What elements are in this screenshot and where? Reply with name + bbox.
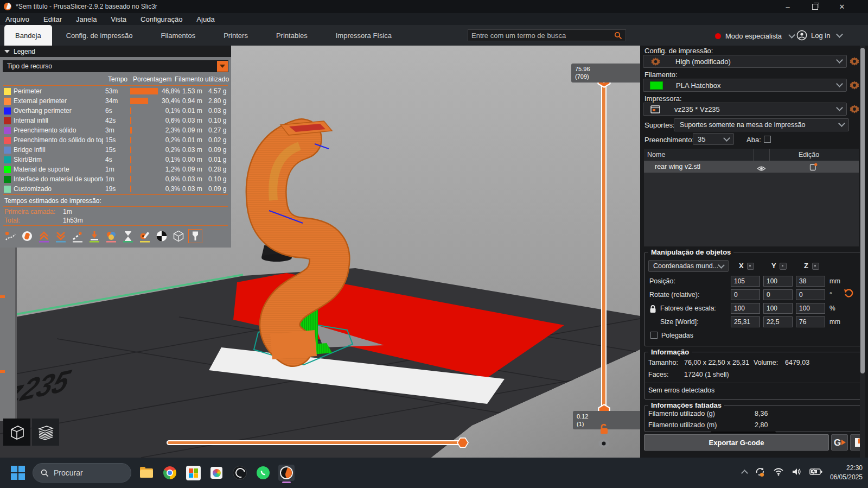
rotate-x-input[interactable] — [731, 289, 760, 300]
edit-object-icon[interactable] — [809, 163, 818, 173]
retractions-icon[interactable] — [37, 229, 51, 243]
tray-expand-chevron-icon[interactable] — [739, 468, 747, 478]
coordinates-dropdown[interactable]: Coordenadas mund... — [648, 260, 729, 272]
whatsapp-icon[interactable] — [255, 465, 271, 481]
scale-z-input[interactable] — [796, 303, 825, 314]
menu-vista[interactable]: Vista — [111, 15, 126, 23]
color-changes-icon[interactable] — [104, 229, 118, 243]
battery-icon[interactable] — [809, 468, 822, 478]
feature-percent-bar — [130, 137, 156, 143]
legend-feature-row: Perimeter 53m 46,8% 1.53 m 4.57 g — [0, 86, 231, 96]
export-gcode-button[interactable]: Exportar G-code — [644, 434, 829, 451]
feature-percent: 0,6% — [158, 117, 180, 124]
dropdown-arrow-icon[interactable] — [217, 61, 228, 72]
microsoft-store-icon[interactable] — [185, 465, 201, 481]
editor-view-button[interactable] — [3, 419, 30, 446]
scale-x-input[interactable] — [731, 303, 760, 314]
rotate-z-input[interactable] — [796, 289, 825, 300]
preview-view-button[interactable] — [32, 419, 59, 446]
restore-button[interactable] — [804, 0, 826, 13]
rotate-y-input[interactable] — [763, 289, 793, 300]
slider-settings-gear-icon[interactable] — [598, 438, 610, 452]
tab-impressora-fisica[interactable]: Impressora Física — [322, 25, 406, 46]
filament-used-m-label: Filamento utilizado (m) — [648, 421, 717, 429]
pauses-icon[interactable] — [121, 229, 135, 243]
size-x-input[interactable] — [731, 316, 760, 327]
shells-icon[interactable] — [171, 229, 186, 243]
menu-arquivo[interactable]: Arquivo — [5, 15, 29, 23]
legend-header[interactable]: Legend — [0, 46, 231, 57]
photos-app-icon[interactable] — [208, 465, 225, 481]
tab-printers[interactable]: Printers — [209, 25, 262, 46]
position-x-input[interactable] — [731, 276, 760, 287]
brim-checkbox[interactable] — [764, 136, 771, 143]
size-y-input[interactable] — [763, 316, 793, 327]
printer-dropdown[interactable]: vz235 * Vz235 — [643, 103, 847, 116]
menu-ajuda[interactable]: Ajuda — [196, 15, 214, 23]
minimize-button[interactable]: – — [777, 0, 799, 13]
volume-icon[interactable] — [792, 467, 802, 478]
tool-change-icon[interactable] — [87, 229, 101, 243]
scale-lock-icon[interactable] — [649, 305, 656, 316]
dark-app-icon[interactable] — [232, 465, 248, 481]
rotate-unit: ° — [829, 291, 832, 299]
custom-gcode-icon[interactable] — [138, 229, 152, 243]
axis-z-mirror-icon[interactable] — [812, 263, 819, 270]
tab-bandeja[interactable]: Bandeja — [4, 25, 52, 46]
search-icon[interactable] — [614, 31, 622, 40]
center-of-mass-icon[interactable] — [155, 229, 169, 243]
menu-editar[interactable]: Editar — [43, 15, 62, 23]
reset-rotation-icon[interactable] — [844, 288, 853, 300]
chevron-down-icon — [718, 262, 725, 269]
sidebar-scrollbar-track[interactable] — [860, 46, 865, 458]
tab-printables[interactable]: Printables — [262, 25, 322, 46]
view-type-dropdown[interactable]: Tipo de recurso — [3, 60, 228, 72]
close-button[interactable]: ✕ — [831, 0, 853, 13]
mode-selector[interactable]: Modo especialista — [715, 29, 794, 42]
search-input[interactable]: Entre com um termo de busca — [468, 29, 626, 41]
sliced-info-scrollbar[interactable] — [711, 432, 776, 433]
supports-dropdown[interactable]: Suportes somente na mesa de impressão — [674, 118, 849, 131]
scale-y-input[interactable] — [763, 303, 793, 314]
tab-filamentos[interactable]: Filamentos — [147, 25, 210, 46]
feature-time: 6s — [105, 107, 128, 115]
chrome-icon[interactable] — [162, 465, 178, 481]
position-z-input[interactable] — [796, 276, 825, 287]
nozzle-icon[interactable] — [188, 229, 202, 243]
taskbar-clock[interactable]: 22:30 06/05/2025 — [830, 464, 863, 483]
filament-gear-button[interactable] — [849, 80, 860, 91]
travels-icon[interactable] — [3, 229, 17, 243]
position-y-input[interactable] — [763, 276, 793, 287]
sidebar-scrollbar-thumb[interactable] — [860, 48, 865, 373]
sync-icon[interactable] — [755, 466, 765, 479]
prusaslicer-taskbar-icon[interactable] — [278, 465, 295, 481]
axis-y-mirror-icon[interactable] — [780, 263, 787, 270]
view-mode-switch — [3, 419, 59, 446]
wipe-icon[interactable] — [20, 229, 34, 243]
moves-slider-track[interactable] — [167, 440, 467, 445]
print-settings-gear-button[interactable] — [849, 56, 860, 67]
print-settings-dropdown[interactable]: High (modificado) — [643, 55, 847, 68]
deretractions-icon[interactable] — [54, 229, 68, 243]
tab-config-impressao[interactable]: Config. de impressão — [52, 25, 147, 46]
printer-gear-button[interactable] — [849, 104, 860, 115]
seams-icon[interactable] — [71, 229, 85, 243]
filament-dropdown[interactable]: PLA Hatchbox — [643, 79, 847, 92]
eye-icon[interactable] — [757, 164, 766, 174]
axis-x-mirror-icon[interactable] — [747, 263, 754, 270]
start-button[interactable] — [11, 466, 25, 480]
object-row[interactable]: rear wing v2.stl — [644, 161, 859, 173]
infill-dropdown[interactable]: 35 — [693, 133, 734, 145]
slider-lock-icon[interactable] — [599, 423, 609, 437]
inches-checkbox[interactable] — [650, 332, 658, 339]
layer-slider-track[interactable] — [601, 80, 607, 410]
size-z-input[interactable] — [796, 316, 825, 327]
file-explorer-icon[interactable] — [138, 465, 155, 481]
login-button[interactable]: Log in — [796, 28, 842, 42]
wifi-icon[interactable] — [773, 467, 784, 478]
taskbar-search[interactable]: Procurar — [33, 463, 131, 483]
gcode-viewer-button[interactable]: G — [831, 434, 848, 451]
objects-table: Nome Edição rear wing v2.stl — [644, 149, 859, 246]
menu-janela[interactable]: Janela — [76, 15, 97, 23]
menu-configuracao[interactable]: Configuração — [141, 15, 182, 23]
